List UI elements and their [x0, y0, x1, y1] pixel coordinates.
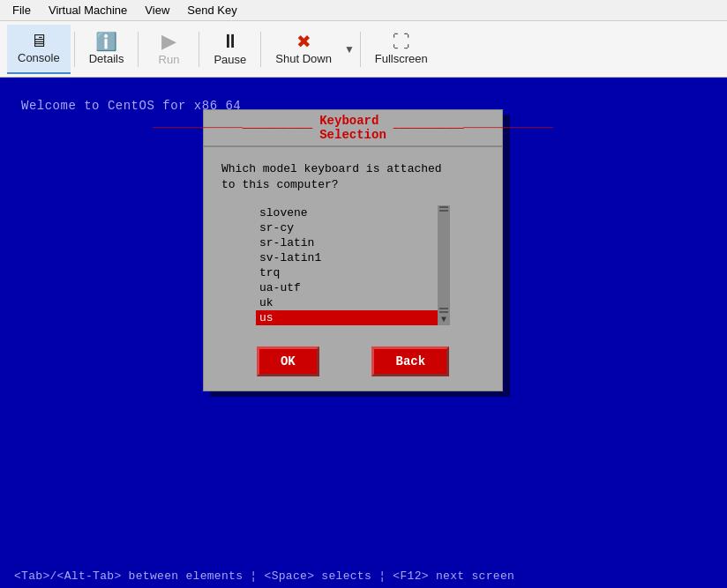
fullscreen-label: Fullscreen — [375, 52, 428, 65]
console-label: Console — [18, 51, 60, 64]
title-decoration-right: ──────────── — [393, 123, 463, 134]
status-text: <Tab>/<Alt-Tab> between elements ¦ <Spac… — [14, 569, 514, 583]
scrollbar-track-bottom — [439, 308, 448, 313]
dialog-question: Which model keyboard is attached to this… — [221, 161, 484, 193]
shutdown-label: Shut Down — [275, 52, 332, 65]
run-icon: ▶ — [161, 32, 176, 51]
keyboard-list-item[interactable]: slovene — [256, 205, 438, 220]
pause-icon: ⏸ — [221, 32, 240, 51]
back-button[interactable]: Back — [371, 346, 449, 376]
ok-button[interactable]: OK — [257, 346, 319, 376]
keyboard-list-wrapper: slovenesr-cysr-latinsv-latin1trqua-utfuk… — [256, 205, 450, 325]
separator-5 — [360, 32, 361, 67]
toolbar: 🖥 Console ℹ️ Details ▶ Run ⏸ Pause ✖ Shu… — [0, 21, 727, 78]
question-line1: Which model keyboard is attached — [221, 162, 442, 175]
menu-send-key[interactable]: Send Key — [178, 2, 245, 19]
keyboard-selection-dialog: ──────────── Keyboard Selection ────────… — [203, 109, 503, 391]
dropdown-arrow-icon: ▼ — [344, 43, 355, 56]
dialog-content: Which model keyboard is attached to this… — [204, 147, 502, 334]
menu-virtual-machine[interactable]: Virtual Machine — [40, 2, 136, 19]
menu-file[interactable]: File — [4, 2, 40, 19]
status-bar: <Tab>/<Alt-Tab> between elements ¦ <Spac… — [0, 563, 727, 588]
menubar: File Virtual Machine View Send Key — [0, 0, 727, 21]
console-button[interactable]: 🖥 Console — [7, 25, 71, 74]
scrollbar-down-arrow[interactable]: ▼ — [441, 314, 446, 325]
shutdown-button[interactable]: ✖ Shut Down — [265, 25, 342, 74]
run-label: Run — [159, 53, 180, 66]
details-icon: ℹ️ — [95, 33, 117, 50]
shutdown-icon: ✖ — [296, 33, 311, 50]
fullscreen-button[interactable]: ⛶ Fullscreen — [364, 25, 438, 74]
keyboard-list-item[interactable]: ua-utf — [256, 280, 438, 295]
separator-3 — [199, 32, 199, 67]
menu-view[interactable]: View — [136, 2, 178, 19]
keyboard-list-item[interactable]: us — [256, 310, 438, 325]
title-decoration-left: ──────────── — [243, 123, 312, 134]
dialog-title-bar: ──────────── Keyboard Selection ────────… — [204, 110, 502, 147]
shutdown-group: ✖ Shut Down ▼ — [265, 25, 356, 74]
pause-label: Pause — [214, 53, 246, 66]
run-button[interactable]: ▶ Run — [142, 25, 195, 74]
separator-2 — [138, 32, 139, 67]
separator-4 — [260, 32, 261, 67]
keyboard-list-item[interactable]: uk — [256, 295, 438, 310]
details-button[interactable]: ℹ️ Details — [79, 25, 135, 74]
details-label: Details — [89, 52, 124, 65]
keyboard-list[interactable]: slovenesr-cysr-latinsv-latin1trqua-utfuk… — [256, 205, 438, 325]
dialog-buttons: OK Back — [204, 334, 502, 391]
console-icon: 🖥 — [30, 32, 48, 49]
separator-1 — [74, 32, 75, 67]
keyboard-list-item[interactable]: sr-cy — [256, 220, 438, 235]
shutdown-dropdown-button[interactable]: ▼ — [342, 25, 356, 74]
keyboard-list-item[interactable]: sv-latin1 — [256, 250, 438, 265]
scrollbar-track-top — [439, 206, 448, 212]
keyboard-list-item[interactable]: trq — [256, 265, 438, 280]
question-line2: to this computer? — [221, 178, 339, 191]
list-scrollbar[interactable]: ▼ — [438, 205, 450, 325]
fullscreen-icon: ⛶ — [393, 33, 410, 50]
keyboard-list-item[interactable]: sr-latin — [256, 235, 438, 250]
pause-button[interactable]: ⏸ Pause — [203, 25, 257, 74]
console-area: Welcome to CentOS for x86_64 ───────────… — [0, 78, 727, 588]
dialog-title: Keyboard Selection — [312, 114, 393, 142]
